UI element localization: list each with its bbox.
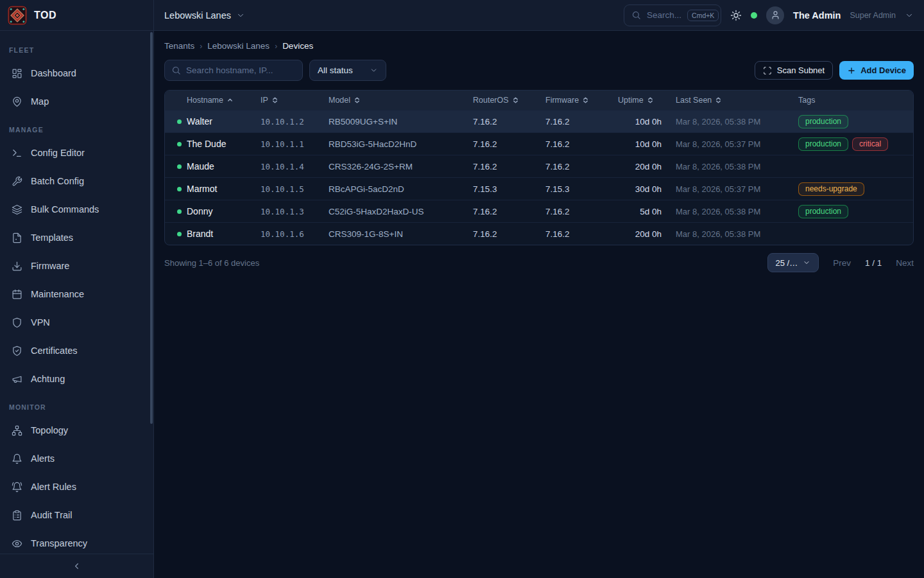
- sidebar-item-label: Dashboard: [31, 68, 76, 78]
- wrench-icon: [12, 176, 22, 187]
- breadcrumb-item-lebowski-lanes[interactable]: Lebowski Lanes: [207, 41, 270, 51]
- column-header-hostname[interactable]: Hostname: [182, 96, 255, 105]
- nav-section-label-monitor: Monitor: [0, 393, 153, 416]
- device-routeros: 7.16.2: [468, 207, 540, 216]
- device-row-walter[interactable]: Walter10.10.1.2RB5009UG+S+IN7.16.27.16.2…: [165, 110, 913, 132]
- column-header-model[interactable]: Model: [323, 96, 468, 105]
- sidebar-item-templates[interactable]: Templates: [0, 223, 153, 252]
- device-routeros: 7.16.2: [468, 139, 540, 149]
- topbar: TOD Lebowski Lanes Search... Cmd+K Th: [0, 0, 924, 31]
- chevron-down-icon: [370, 66, 378, 74]
- device-routeros: 7.15.3: [468, 184, 540, 194]
- sidebar-item-certificates[interactable]: Certificates: [0, 337, 153, 365]
- page-size-select[interactable]: 25 /…: [767, 253, 819, 272]
- sidebar-item-firmware[interactable]: Firmware: [0, 252, 153, 280]
- shield-check-icon: [12, 346, 22, 356]
- device-row-maude[interactable]: Maude10.10.1.4CRS326-24G-2S+RM7.16.27.16…: [165, 155, 913, 177]
- breadcrumb-item-tenants[interactable]: Tenants: [164, 41, 194, 51]
- device-uptime: 20d 0h: [613, 229, 671, 239]
- device-search-input[interactable]: [186, 66, 296, 75]
- column-header-ip[interactable]: IP: [255, 96, 323, 105]
- device-hostname: Brandt: [182, 229, 255, 239]
- column-header-uptime[interactable]: Uptime: [613, 96, 671, 105]
- breadcrumb: Tenants›Lebowski Lanes›Devices: [164, 41, 914, 51]
- column-header-routeros[interactable]: RouterOS: [468, 96, 540, 105]
- tenant-switcher[interactable]: Lebowski Lanes: [164, 10, 245, 21]
- sidebar-scrollbar[interactable]: [150, 32, 153, 424]
- column-label: RouterOS: [473, 96, 509, 105]
- breadcrumb-item-devices[interactable]: Devices: [282, 41, 313, 51]
- sidebar-item-alerts[interactable]: Alerts: [0, 444, 153, 473]
- pagination: 25 /… Prev 1 / 1 Next: [767, 253, 914, 272]
- status-online-dot: [177, 187, 182, 191]
- page-indicator: 1 / 1: [865, 258, 882, 268]
- add-device-label: Add Device: [860, 66, 906, 75]
- topology-icon: [12, 425, 22, 436]
- file-icon: [12, 232, 22, 243]
- prev-page-button[interactable]: Prev: [833, 258, 851, 268]
- device-row-brandt[interactable]: Brandt10.10.1.6CRS309-1G-8S+IN7.16.27.16…: [165, 222, 913, 245]
- device-last-seen: Mar 8, 2026, 05:37 PM: [671, 184, 793, 194]
- status-online-dot: [177, 209, 182, 214]
- global-search[interactable]: Search... Cmd+K: [624, 4, 721, 26]
- device-row-the-dude[interactable]: The Dude10.10.1.1RBD53iG-5HacD2HnD7.16.2…: [165, 132, 913, 155]
- sidebar-item-batch-config[interactable]: Batch Config: [0, 167, 153, 195]
- sidebar-collapse-button[interactable]: [72, 561, 81, 571]
- device-firmware: 7.16.2: [540, 229, 613, 239]
- map-pin-icon: [12, 96, 22, 107]
- plus-icon: [847, 66, 856, 75]
- sidebar-item-label: Topology: [31, 425, 68, 435]
- sidebar-item-label: Templates: [31, 232, 73, 243]
- tag-production: production: [798, 205, 848, 218]
- connection-status-dot: [751, 12, 757, 19]
- column-header-firmware[interactable]: Firmware: [540, 96, 613, 105]
- sidebar-item-achtung[interactable]: Achtung: [0, 365, 153, 393]
- app-name: TOD: [34, 10, 56, 21]
- sidebar-item-alert-rules[interactable]: Alert Rules: [0, 473, 153, 501]
- device-row-marmot[interactable]: Marmot10.10.1.5RBcAPGi-5acD2nD7.15.37.15…: [165, 177, 913, 200]
- sidebar-item-dashboard[interactable]: Dashboard: [0, 59, 153, 87]
- device-row-donny[interactable]: Donny10.10.1.3C52iG-5HaxD2HaxD-US7.16.27…: [165, 200, 913, 222]
- column-label: IP: [261, 96, 268, 105]
- device-status-cell: [165, 209, 182, 214]
- device-model: RB5009UG+S+IN: [323, 117, 468, 127]
- chevron-down-icon: [803, 259, 810, 267]
- device-status-cell: [165, 187, 182, 191]
- device-firmware: 7.15.3: [540, 184, 613, 194]
- add-device-button[interactable]: Add Device: [839, 61, 914, 80]
- sidebar-footer: [0, 554, 153, 578]
- device-ip: 10.10.1.2: [255, 117, 323, 127]
- chevron-down-icon[interactable]: [905, 11, 914, 20]
- scan-subnet-button[interactable]: Scan Subnet: [755, 61, 833, 80]
- dashboard-icon: [12, 68, 22, 79]
- device-last-seen: Mar 8, 2026, 05:38 PM: [671, 229, 793, 239]
- device-model: CRS326-24G-2S+RM: [323, 162, 468, 171]
- download-icon: [12, 261, 22, 272]
- sidebar-item-vpn[interactable]: VPN: [0, 308, 153, 337]
- sidebar-item-label: VPN: [31, 317, 50, 328]
- next-page-button[interactable]: Next: [896, 258, 914, 268]
- device-last-seen: Mar 8, 2026, 05:38 PM: [671, 117, 793, 127]
- breadcrumb-separator: ›: [200, 42, 202, 51]
- theme-toggle-button[interactable]: [730, 10, 742, 21]
- tag-critical: critical: [852, 137, 888, 151]
- device-hostname: Maude: [182, 161, 255, 171]
- sidebar-item-maintenance[interactable]: Maintenance: [0, 280, 153, 308]
- device-firmware: 7.16.2: [540, 207, 613, 216]
- status-filter-select[interactable]: All status: [309, 60, 386, 81]
- shield-icon: [12, 317, 22, 328]
- page-size-value: 25 /…: [776, 258, 798, 268]
- tag-needs-upgrade: needs-upgrade: [798, 182, 864, 196]
- sidebar-item-audit-trail[interactable]: Audit Trail: [0, 501, 153, 529]
- sidebar-item-map[interactable]: Map: [0, 87, 153, 116]
- sidebar-item-label: Bulk Commands: [31, 204, 99, 215]
- sidebar-item-config-editor[interactable]: Config Editor: [0, 139, 153, 167]
- table-header-row: HostnameIPModelRouterOSFirmwareUptimeLas…: [165, 91, 913, 110]
- column-header-last-seen[interactable]: Last Seen: [671, 96, 793, 105]
- avatar[interactable]: [766, 6, 784, 24]
- sidebar-item-topology[interactable]: Topology: [0, 416, 153, 444]
- breadcrumb-separator: ›: [275, 42, 277, 51]
- nav-section-label-manage: Manage: [0, 116, 153, 139]
- device-status-cell: [165, 164, 182, 169]
- sidebar-item-bulk-commands[interactable]: Bulk Commands: [0, 195, 153, 223]
